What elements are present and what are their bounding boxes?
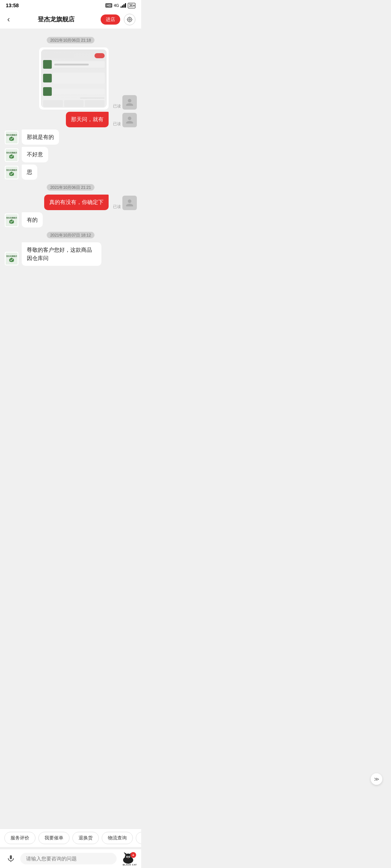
svg-text:登杰龙旗舰店: 登杰龙旗舰店	[6, 151, 17, 153]
user-avatar-2	[122, 113, 137, 127]
enter-store-button[interactable]: 进店	[101, 14, 120, 25]
screenshot-bubble	[39, 47, 109, 110]
msg-row-2: 已读 那天问，就有	[4, 112, 137, 127]
bubble-buhaoyi: 不好意	[22, 147, 48, 162]
user-avatar-1	[122, 95, 137, 110]
read-label-2: 已读	[113, 121, 121, 127]
svg-text:登杰龙旗舰店: 登杰龙旗舰店	[6, 255, 17, 257]
nav-actions: 进店	[101, 14, 135, 25]
store-logo-icon-4: 登杰龙旗舰店	[5, 213, 18, 227]
msg-row-3: 登杰龙旗舰店 那就是有的	[4, 129, 137, 145]
nav-bar: ‹ 登杰龙旗舰店 进店	[0, 10, 141, 29]
store-logo-icon-2: 登杰龙旗舰店	[5, 148, 18, 162]
user-icon-2	[125, 116, 134, 124]
msg-row-4: 登杰龙旗舰店 不好意	[4, 147, 137, 162]
read-label-3: 已读	[113, 204, 121, 209]
screenshot-mock	[42, 50, 106, 107]
bubble-zunji: 尊敬的客户您好，这款商品因仓库问	[22, 242, 101, 266]
scan-icon	[126, 16, 133, 23]
seller-avatar-2: 登杰龙旗舰店	[4, 148, 19, 162]
bubble-zhende: 真的有没有，你确定下	[44, 195, 109, 210]
msg-row-7: 登杰龙旗舰店 有的	[4, 212, 137, 228]
hd-badge: HD	[105, 3, 112, 8]
signal-icon	[121, 3, 126, 8]
seller-avatar-1: 登杰龙旗舰店	[4, 130, 19, 145]
battery-icon: 36	[128, 3, 135, 8]
store-logo-icon-5: 登杰龙旗舰店	[5, 252, 18, 265]
timestamp-2: 2021年10月06日 21:21	[0, 184, 141, 190]
svg-text:登杰龙旗舰店: 登杰龙旗舰店	[6, 169, 17, 171]
scan-button[interactable]	[124, 14, 135, 25]
back-button[interactable]: ‹	[6, 13, 11, 26]
store-logo-icon: 登杰龙旗舰店	[5, 131, 18, 144]
svg-point-5	[129, 18, 131, 20]
store-logo-icon-3: 登杰龙旗舰店	[5, 166, 18, 179]
screenshot-inner	[41, 50, 106, 107]
seller-avatar-5: 登杰龙旗舰店	[4, 251, 19, 266]
user-icon	[125, 98, 134, 107]
battery-level: 36	[129, 4, 133, 8]
signal-text: 4G	[114, 3, 119, 8]
svg-point-4	[127, 17, 132, 22]
svg-text:登杰龙旗舰店: 登杰龙旗舰店	[6, 217, 17, 219]
nav-title: 登杰龙旗舰店	[38, 15, 75, 24]
bubble-si: 思	[22, 165, 37, 180]
svg-rect-0	[121, 7, 122, 8]
timestamp-1: 2021年10月06日 21:18	[0, 37, 141, 43]
user-icon-3	[125, 199, 134, 207]
msg-row-8: 登杰龙旗舰店 尊敬的客户您好，这款商品因仓库问	[4, 242, 137, 266]
seller-avatar-4: 登杰龙旗舰店	[4, 213, 19, 227]
status-bar: 13:58 HD 4G 36	[0, 0, 141, 10]
bubble-youde: 有的	[22, 212, 43, 228]
svg-rect-2	[123, 4, 125, 8]
bubble-natianwen: 那天问，就有	[66, 112, 109, 127]
svg-rect-3	[125, 3, 126, 8]
svg-text:登杰龙旗舰店: 登杰龙旗舰店	[6, 134, 17, 136]
msg-row-6: 已读 真的有没有，你确定下	[4, 195, 137, 210]
seller-avatar-3: 登杰龙旗舰店	[4, 165, 19, 180]
bubble-najiu: 那就是有的	[22, 129, 59, 145]
chat-area: 2021年10月06日 21:18 已读	[0, 29, 141, 297]
read-label-1: 已读	[113, 103, 121, 109]
msg-row-5: 登杰龙旗舰店 思	[4, 165, 137, 180]
msg-row-screenshot: 已读	[4, 47, 137, 110]
status-time: 13:58	[6, 3, 19, 8]
svg-rect-1	[122, 5, 123, 8]
status-icons: HD 4G 36	[105, 3, 135, 8]
user-avatar-3	[122, 196, 137, 210]
timestamp-3: 2021年10月07日 18:12	[0, 232, 141, 238]
